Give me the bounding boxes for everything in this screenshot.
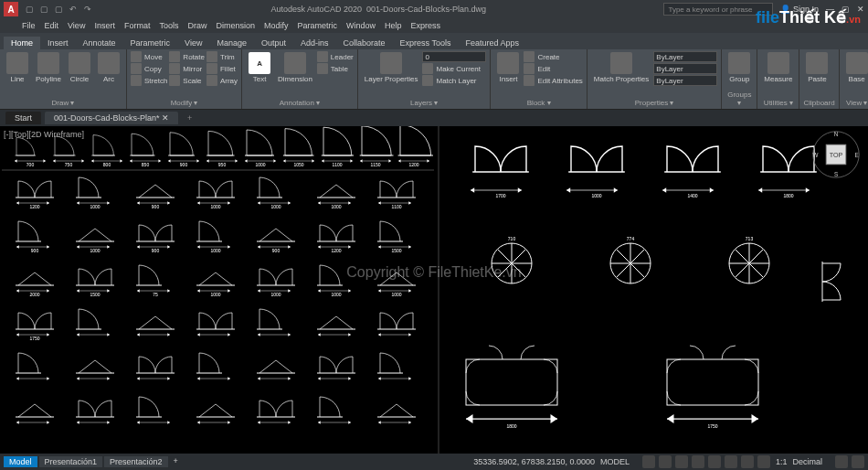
menu-window[interactable]: Window <box>346 21 376 30</box>
linetype-dropdown[interactable]: ByLayer <box>653 75 717 86</box>
ribbon: Line Polyline Circle Arc Draw ▾ Move Cop… <box>0 49 868 110</box>
tab-output[interactable]: Output <box>254 37 293 49</box>
base-view-button[interactable]: Base <box>843 51 868 84</box>
transparency-icon[interactable] <box>757 455 770 468</box>
layout-tab-2[interactable]: Presentación2 <box>104 456 168 467</box>
polar-icon[interactable] <box>692 455 704 468</box>
otrack-icon[interactable] <box>725 455 737 468</box>
svg-text:1000: 1000 <box>210 204 220 209</box>
match-properties-button[interactable]: Match Properties <box>591 51 651 84</box>
tab-annotate[interactable]: Annotate <box>76 37 123 49</box>
circle-button[interactable]: Circle <box>66 51 93 84</box>
viewport-label[interactable]: [-][Top][2D Wireframe] <box>4 130 84 139</box>
match-layer-button[interactable]: Match Layer <box>422 75 486 86</box>
new-icon[interactable]: ▢ <box>26 5 35 14</box>
tab-addins[interactable]: Add-ins <box>293 37 336 49</box>
tab-insert[interactable]: Insert <box>40 37 76 49</box>
tab-collaborate[interactable]: Collaborate <box>336 37 393 49</box>
clean-screen-icon[interactable] <box>852 455 864 468</box>
units-button[interactable]: Decimal <box>792 457 822 466</box>
group-button[interactable]: Group <box>725 51 753 84</box>
tab-parametric[interactable]: Parametric <box>123 37 178 49</box>
new-tab-button[interactable]: + <box>182 113 197 123</box>
leader-button[interactable]: Leader <box>317 51 354 62</box>
grid-icon[interactable] <box>642 455 655 468</box>
mirror-button[interactable]: Mirror <box>169 63 205 74</box>
rotate-button[interactable]: Rotate <box>169 51 205 62</box>
edit-block-button[interactable]: Edit <box>524 63 582 74</box>
fillet-button[interactable]: Fillet <box>206 63 238 74</box>
lineweight-icon[interactable] <box>741 455 754 468</box>
redo-icon[interactable]: ↷ <box>84 5 93 14</box>
view-cube[interactable]: TOP N E S W <box>811 130 861 179</box>
menu-express[interactable]: Express <box>411 21 441 30</box>
layout-tab-1[interactable]: Presentación1 <box>39 456 103 467</box>
measure-button[interactable]: Measure <box>761 51 795 84</box>
svg-text:713: 713 <box>746 236 754 241</box>
menu-format[interactable]: Format <box>124 21 151 30</box>
polyline-button[interactable]: Polyline <box>33 51 64 84</box>
edit-attrs-button[interactable]: Edit Attributes <box>524 75 582 86</box>
tab-start[interactable]: Start <box>5 112 41 124</box>
menu-file[interactable]: File <box>22 21 36 30</box>
menu-tools[interactable]: Tools <box>159 21 178 30</box>
open-icon[interactable]: ▢ <box>40 5 49 14</box>
add-layout-button[interactable]: + <box>170 456 182 467</box>
line-button[interactable]: Line <box>4 51 31 84</box>
app-logo[interactable]: A <box>4 2 18 16</box>
svg-text:1500: 1500 <box>391 248 401 253</box>
tab-express[interactable]: Express Tools <box>393 37 459 49</box>
svg-text:1800: 1800 <box>783 193 793 198</box>
ortho-icon[interactable] <box>675 455 688 468</box>
model-space-button[interactable]: MODEL <box>600 457 630 466</box>
make-current-button[interactable]: Make Current <box>422 63 486 74</box>
tab-view[interactable]: View <box>177 37 209 49</box>
arc-button[interactable]: Arc <box>95 51 122 84</box>
svg-text:2000: 2000 <box>29 292 39 297</box>
menu-insert[interactable]: Insert <box>94 21 115 30</box>
stretch-button[interactable]: Stretch <box>131 75 167 86</box>
menu-view[interactable]: View <box>68 21 85 30</box>
scale-button[interactable]: Scale <box>169 75 205 86</box>
drawing-area[interactable]: 7007508008509009501000105011001150120012… <box>0 126 868 454</box>
anno-scale-button[interactable]: 1:1 <box>776 457 788 466</box>
osnap-icon[interactable] <box>708 455 721 468</box>
svg-text:1000: 1000 <box>255 162 265 167</box>
layer-dropdown[interactable]: 0 <box>422 51 486 62</box>
lineweight-dropdown[interactable]: ByLayer <box>653 63 717 74</box>
snap-icon[interactable] <box>659 455 672 468</box>
move-button[interactable]: Move <box>131 51 167 62</box>
menu-help[interactable]: Help <box>385 21 402 30</box>
menu-edit[interactable]: Edit <box>45 21 59 30</box>
menu-modify[interactable]: Modify <box>264 21 289 30</box>
window-title: Autodesk AutoCAD 2020 001-Doors-Cad-Bloc… <box>93 5 663 14</box>
array-button[interactable]: Array <box>206 75 238 86</box>
layer-properties-button[interactable]: Layer Properties <box>362 51 421 84</box>
tab-manage[interactable]: Manage <box>209 37 254 49</box>
save-icon[interactable]: ▢ <box>55 5 64 14</box>
text-button[interactable]: AText <box>246 51 273 84</box>
tab-featured[interactable]: Featured Apps <box>458 37 526 49</box>
menu-draw[interactable]: Draw <box>187 21 206 30</box>
undo-icon[interactable]: ↶ <box>69 5 79 14</box>
color-dropdown[interactable]: ByLayer <box>653 51 717 62</box>
panel-clipboard: Paste Clipboard <box>799 49 839 109</box>
dimension-button[interactable]: Dimension <box>275 51 315 84</box>
insert-block-button[interactable]: Insert <box>494 51 522 84</box>
status-bar: Model Presentación1 Presentación2 + 3533… <box>0 454 868 470</box>
copy-button[interactable]: Copy <box>131 63 167 74</box>
model-tab[interactable]: Model <box>4 456 37 467</box>
table-button[interactable]: Table <box>317 63 354 74</box>
svg-text:1200: 1200 <box>29 204 39 209</box>
create-block-button[interactable]: Create <box>524 51 582 62</box>
trim-button[interactable]: Trim <box>206 51 238 62</box>
tab-home[interactable]: Home <box>4 37 40 49</box>
menu-parametric[interactable]: Parametric <box>298 21 338 30</box>
tab-document[interactable]: 001-Doors-Cad-Blocks-Plan* ✕ <box>45 112 178 124</box>
paste-button[interactable]: Paste <box>803 51 831 84</box>
menu-dimension[interactable]: Dimension <box>216 21 255 30</box>
svg-text:774: 774 <box>627 236 635 241</box>
workspace-icon[interactable] <box>835 455 848 468</box>
svg-text:1050: 1050 <box>293 162 303 167</box>
svg-text:1400: 1400 <box>687 193 697 198</box>
